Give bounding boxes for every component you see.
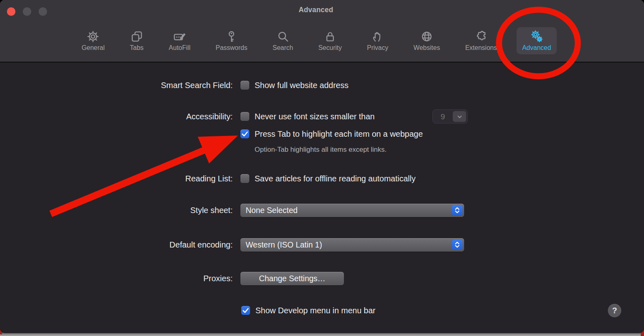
hand-icon xyxy=(371,30,384,43)
tab-tabs[interactable]: Tabs xyxy=(124,27,149,54)
press-tab-note: Option-Tab highlights all items except l… xyxy=(255,146,387,154)
row-reading-list: Reading List: Save articles for offline … xyxy=(0,173,644,184)
window-title: Advanced xyxy=(0,6,632,14)
gear-icon xyxy=(86,30,99,43)
min-font-size-checkbox[interactable] xyxy=(240,112,249,121)
row-accessibility: Accessibility: Never use font sizes smal… xyxy=(0,109,644,124)
titlebar-toolbar: Advanced General Tabs xyxy=(0,0,644,62)
tab-extensions[interactable]: Extensions xyxy=(460,27,503,54)
safari-preferences-window: Advanced General Tabs xyxy=(0,0,644,333)
row-smart-search-field: Smart Search Field: Show full website ad… xyxy=(0,80,644,90)
min-font-size-label: Never use font sizes smaller than xyxy=(255,112,375,121)
row-press-tab-note: Option-Tab highlights all items except l… xyxy=(0,145,644,154)
tab-label: Advanced xyxy=(522,44,551,52)
tab-label: Security xyxy=(318,44,342,52)
tab-label: Privacy xyxy=(367,44,388,52)
style-sheet-value: None Selected xyxy=(240,206,298,215)
accessibility-label: Accessibility: xyxy=(0,112,233,121)
develop-menu-checkbox[interactable] xyxy=(241,306,250,315)
updown-chevrons-icon xyxy=(452,205,462,215)
default-encoding-label: Default encoding: xyxy=(0,240,233,250)
tab-label: Passwords xyxy=(216,44,247,52)
help-button[interactable]: ? xyxy=(608,304,621,317)
tab-privacy[interactable]: Privacy xyxy=(361,27,394,54)
updown-chevrons-icon xyxy=(452,239,462,250)
save-articles-label: Save articles for offline reading automa… xyxy=(255,174,416,183)
checkmark-icon xyxy=(241,306,250,315)
key-icon xyxy=(225,30,238,43)
default-encoding-value: Western (ISO Latin 1) xyxy=(240,240,322,250)
row-default-encoding: Default encoding: Western (ISO Latin 1) xyxy=(0,238,644,252)
default-encoding-select[interactable]: Western (ISO Latin 1) xyxy=(240,238,464,252)
checkmark-icon xyxy=(240,129,249,138)
gears-icon xyxy=(530,30,543,43)
tab-autofill[interactable]: AutoFill xyxy=(163,27,196,54)
style-sheet-select[interactable]: None Selected xyxy=(240,204,464,217)
show-full-address-label: Show full website address xyxy=(255,81,348,90)
show-full-address-checkbox[interactable] xyxy=(240,81,249,90)
develop-menu-label: Show Develop menu in menu bar xyxy=(255,306,376,315)
tab-security[interactable]: Security xyxy=(313,27,348,54)
tab-passwords[interactable]: Passwords xyxy=(210,27,253,54)
tab-general[interactable]: General xyxy=(76,27,110,54)
desktop-bottom-strip xyxy=(0,332,644,336)
row-press-tab: Press Tab to highlight each item on a we… xyxy=(0,129,644,139)
tab-label: Extensions xyxy=(465,44,497,52)
font-size-value: 9 xyxy=(433,112,453,121)
style-sheet-label: Style sheet: xyxy=(0,206,233,215)
smart-search-field-label: Smart Search Field: xyxy=(0,81,233,90)
row-proxies: Proxies: Change Settings… xyxy=(0,271,644,285)
preferences-tab-bar: General Tabs xyxy=(0,20,638,61)
tab-label: General xyxy=(82,44,105,52)
change-settings-button[interactable]: Change Settings… xyxy=(240,272,344,285)
lock-icon xyxy=(324,30,337,43)
autofill-icon xyxy=(173,30,186,43)
tab-label: Tabs xyxy=(130,44,144,52)
press-tab-checkbox[interactable] xyxy=(240,129,249,138)
tab-websites[interactable]: Websites xyxy=(408,27,446,54)
press-tab-label: Press Tab to highlight each item on a we… xyxy=(255,129,423,139)
save-articles-checkbox[interactable] xyxy=(240,174,249,183)
tab-label: Websites xyxy=(413,44,440,52)
magnifier-icon xyxy=(277,30,290,43)
screenshot-stage: Advanced General Tabs xyxy=(0,0,644,336)
font-size-select[interactable]: 9 xyxy=(432,110,468,124)
proxies-label: Proxies: xyxy=(0,274,233,283)
tab-search[interactable]: Search xyxy=(267,27,299,54)
tab-label: Search xyxy=(272,44,293,52)
tabs-icon xyxy=(130,30,143,43)
reading-list-label: Reading List: xyxy=(0,174,233,183)
tab-advanced[interactable]: Advanced xyxy=(516,27,557,54)
row-develop-menu: Show Develop menu in menu bar xyxy=(0,305,644,316)
tab-label: AutoFill xyxy=(169,44,190,52)
chevron-down-icon xyxy=(453,111,466,122)
globe-icon xyxy=(420,30,433,43)
puzzle-icon xyxy=(475,30,488,43)
row-style-sheet: Style sheet: None Selected xyxy=(0,203,644,217)
